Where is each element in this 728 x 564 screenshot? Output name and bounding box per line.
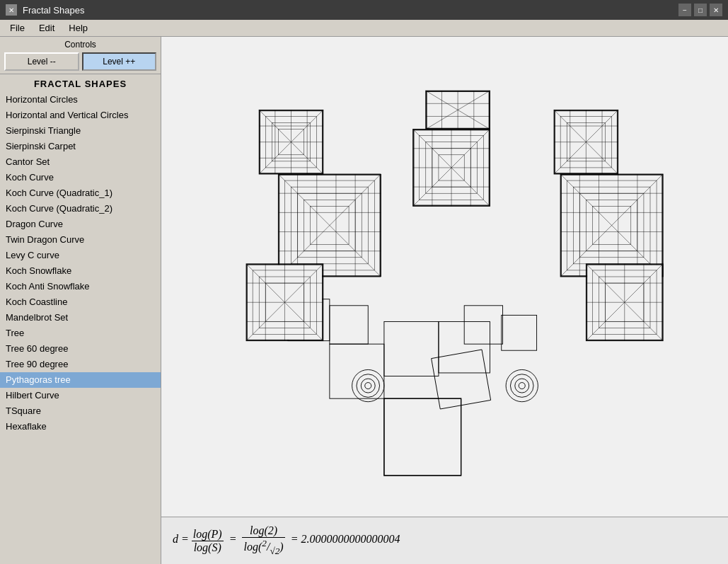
title-bar-left: ✕ Fractal Shapes xyxy=(6,4,84,16)
shape-item-21[interactable]: Hexaflake xyxy=(0,419,161,434)
controls-section: Controls Level -- Level ++ xyxy=(0,37,161,74)
menu-file[interactable]: File xyxy=(3,21,32,35)
shape-item-6[interactable]: Koch Curve (Quadratic_1) xyxy=(0,185,161,201)
minimize-button[interactable]: − xyxy=(678,4,691,16)
shape-item-7[interactable]: Koch Curve (Quadratic_2) xyxy=(0,201,161,217)
shapes-title: FRACTAL SHAPES xyxy=(0,74,161,92)
menu-edit[interactable]: Edit xyxy=(32,21,62,35)
shape-item-20[interactable]: TSquare xyxy=(0,403,161,419)
shape-item-1[interactable]: Horizontal and Vertical Circles xyxy=(0,108,161,123)
shape-item-15[interactable]: Tree xyxy=(0,326,161,341)
shape-item-14[interactable]: Mandelbrot Set xyxy=(0,310,161,326)
formula-bar: d = log(P) log(S) = log(2) log(2/√2) = 2… xyxy=(161,517,728,564)
main-content: Controls Level -- Level ++ FRACTAL SHAPE… xyxy=(0,37,728,564)
menu-bar: File Edit Help xyxy=(0,20,728,37)
canvas-area: d = log(P) log(S) = log(2) log(2/√2) = 2… xyxy=(161,37,728,564)
fractal-display xyxy=(161,37,728,517)
menu-help[interactable]: Help xyxy=(62,21,95,35)
level-up-button[interactable]: Level ++ xyxy=(82,52,157,71)
formula-text: d = log(P) log(S) = log(2) log(2/√2) = 2… xyxy=(173,524,400,557)
shape-item-8[interactable]: Dragon Curve xyxy=(0,217,161,232)
shape-item-18[interactable]: Pythagoras tree xyxy=(0,372,161,388)
title-bar: ✕ Fractal Shapes − □ ✕ xyxy=(0,0,728,20)
sidebar: Controls Level -- Level ++ FRACTAL SHAPE… xyxy=(0,37,161,564)
shape-item-5[interactable]: Koch Curve xyxy=(0,170,161,185)
title-bar-controls[interactable]: − □ ✕ xyxy=(678,4,722,16)
controls-buttons: Level -- Level ++ xyxy=(4,52,156,71)
fractal-svg xyxy=(169,71,721,482)
shape-item-11[interactable]: Koch Snowflake xyxy=(0,263,161,279)
shape-item-3[interactable]: Sierpinski Carpet xyxy=(0,139,161,154)
shape-item-10[interactable]: Levy C curve xyxy=(0,248,161,263)
shape-item-2[interactable]: Sierpinski Triangle xyxy=(0,123,161,139)
shapes-list: Horizontal CirclesHorizontal and Vertica… xyxy=(0,92,161,564)
app-title: Fractal Shapes xyxy=(23,5,84,16)
shape-item-4[interactable]: Cantor Set xyxy=(0,154,161,170)
shape-item-17[interactable]: Tree 90 degree xyxy=(0,357,161,372)
shape-item-12[interactable]: Koch Anti Snowflake xyxy=(0,279,161,294)
maximize-button[interactable]: □ xyxy=(694,4,707,16)
controls-label: Controls xyxy=(4,40,156,50)
level-down-button[interactable]: Level -- xyxy=(4,52,79,71)
shape-item-19[interactable]: Hilbert Curve xyxy=(0,388,161,403)
shape-item-0[interactable]: Horizontal Circles xyxy=(0,92,161,108)
close-button[interactable]: ✕ xyxy=(710,4,722,16)
app-icon: ✕ xyxy=(6,4,17,16)
shape-item-9[interactable]: Twin Dragon Curve xyxy=(0,232,161,248)
shape-item-16[interactable]: Tree 60 degree xyxy=(0,341,161,357)
shape-item-13[interactable]: Koch Coastline xyxy=(0,294,161,310)
